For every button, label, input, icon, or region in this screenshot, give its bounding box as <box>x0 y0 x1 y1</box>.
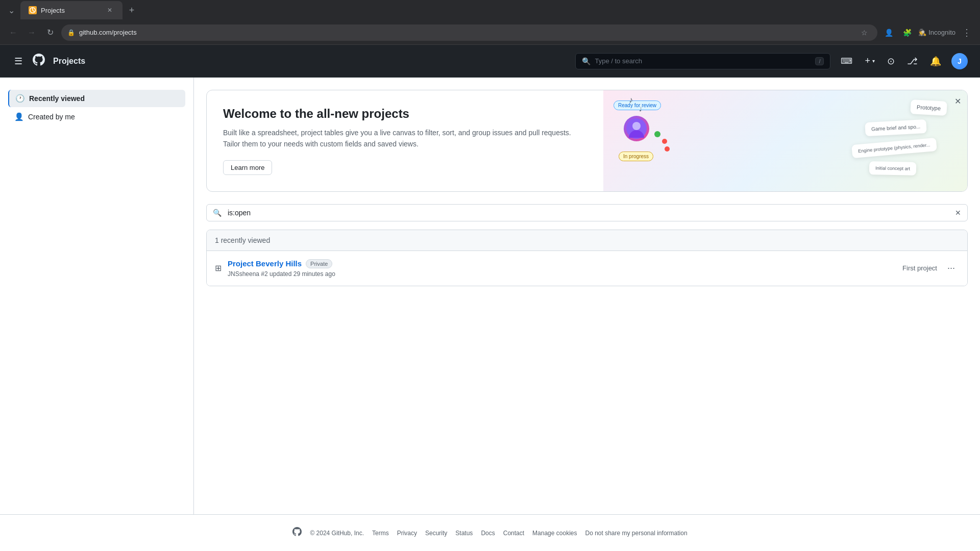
project-visibility-badge: Private <box>306 259 332 268</box>
illus-note-icon: ♪ <box>629 95 633 105</box>
projects-section: 1 recently viewed ⊞ Project Beverly Hill… <box>206 230 968 286</box>
illus-avatar <box>624 116 649 141</box>
terminal-icon: ⌨ <box>841 56 852 66</box>
search-shortcut: / <box>815 57 824 65</box>
projects-count-header: 1 recently viewed <box>207 230 967 251</box>
illus-card-concept: Initial concept art <box>869 161 916 176</box>
footer-link-manage-cookies[interactable]: Manage cookies <box>532 530 577 537</box>
pr-icon: ⎇ <box>907 56 918 67</box>
illus-card-game-brief: Game brief and spo... <box>865 119 926 136</box>
illus-ready-badge: Ready for review <box>614 101 661 110</box>
footer-logo <box>292 527 302 539</box>
profile-btn[interactable]: 👤 <box>881 26 896 40</box>
illus-dot-2 <box>662 139 667 144</box>
new-tab-btn[interactable]: + <box>125 3 139 17</box>
footer-link-terms[interactable]: Terms <box>372 530 389 537</box>
filter-clear-btn[interactable]: ✕ <box>949 205 967 221</box>
projects-count: 1 recently viewed <box>215 236 270 244</box>
global-search[interactable]: 🔍 Type / to search / <box>575 53 830 69</box>
project-meta: JNSsheena #2 updated 29 minutes ago <box>228 270 896 278</box>
clock-icon: 🕐 <box>15 94 25 103</box>
forward-btn[interactable]: → <box>24 26 39 40</box>
incognito-indicator: 🕵 Incognito <box>918 29 955 36</box>
project-description: First project <box>902 264 937 272</box>
footer-link-no-share[interactable]: Do not share my personal information <box>585 530 687 537</box>
hamburger-menu-btn[interactable]: ☰ <box>12 54 24 69</box>
footer-link-status[interactable]: Status <box>455 530 473 537</box>
issues-icon: ⊙ <box>887 56 895 67</box>
browser-menu-btn[interactable]: ⋮ <box>960 26 974 40</box>
table-row[interactable]: ⊞ Project Beverly Hills Private JNSsheen… <box>207 251 967 286</box>
bell-icon: 🔔 <box>930 56 941 67</box>
extensions-btn[interactable]: 🧩 <box>900 26 914 40</box>
footer-copyright: © 2024 GitHub, Inc. <box>310 530 364 537</box>
recently-viewed-label: Recently viewed <box>29 94 85 103</box>
avatar[interactable]: J <box>951 53 968 69</box>
illus-dot-1 <box>654 131 660 137</box>
illus-card-prototype: Prototype <box>910 99 947 116</box>
footer: © 2024 GitHub, Inc. Terms Privacy Securi… <box>0 514 980 551</box>
url-display: github.com/projects <box>79 29 137 36</box>
tab-favicon <box>29 6 37 14</box>
search-icon: 🔍 <box>582 57 591 65</box>
footer-link-security[interactable]: Security <box>425 530 447 537</box>
learn-more-btn[interactable]: Learn more <box>223 160 272 175</box>
illus-music-icon: ♩ <box>639 106 642 113</box>
reload-btn[interactable]: ↻ <box>43 26 57 40</box>
person-icon: 👤 <box>14 112 24 121</box>
main-content: Welcome to the all-new projects Built li… <box>194 78 980 514</box>
notifications-btn[interactable]: 🔔 <box>928 54 943 69</box>
welcome-description: Built like a spreadsheet, project tables… <box>223 127 587 150</box>
project-table-icon: ⊞ <box>215 263 222 273</box>
footer-link-contact[interactable]: Contact <box>503 530 524 537</box>
bookmark-btn[interactable]: ☆ <box>857 26 871 40</box>
github-logo <box>33 54 45 69</box>
back-btn[interactable]: ← <box>6 26 20 40</box>
page-title: Projects <box>53 57 85 66</box>
project-info: Project Beverly Hills Private JNSsheena … <box>228 259 896 278</box>
terminal-btn[interactable]: ⌨ <box>839 54 854 68</box>
project-menu-btn[interactable]: ··· <box>943 261 959 276</box>
lock-icon: 🔒 <box>67 29 75 36</box>
welcome-banner: Welcome to the all-new projects Built li… <box>206 90 968 192</box>
address-bar[interactable]: 🔒 github.com/projects ☆ <box>61 24 877 41</box>
illus-dot-3 <box>665 146 670 152</box>
created-by-me-label: Created by me <box>28 113 75 121</box>
welcome-title: Welcome to the all-new projects <box>223 107 587 121</box>
filter-input[interactable] <box>228 205 949 221</box>
svg-point-2 <box>632 122 641 130</box>
footer-link-docs[interactable]: Docs <box>481 530 495 537</box>
filter-bar: 🔍 ✕ <box>206 204 968 221</box>
project-name-row: Project Beverly Hills Private <box>228 259 896 268</box>
sidebar-item-recently-viewed[interactable]: 🕐 Recently viewed <box>8 90 185 107</box>
project-name: Project Beverly Hills <box>228 259 302 268</box>
issues-btn[interactable]: ⊙ <box>885 54 897 69</box>
tab-close-btn[interactable]: ✕ <box>105 6 114 15</box>
footer-link-privacy[interactable]: Privacy <box>397 530 417 537</box>
pull-requests-btn[interactable]: ⎇ <box>905 54 920 69</box>
filter-search-icon: 🔍 <box>207 205 228 221</box>
browser-tab[interactable]: Projects ✕ <box>20 1 122 19</box>
tab-dropdown-btn[interactable]: ⌄ <box>4 3 18 17</box>
tab-title: Projects <box>41 7 65 14</box>
illus-progress-badge: In progress <box>619 152 653 161</box>
illus-card-engine: Engine prototype (physics, render... <box>852 138 937 158</box>
sidebar-item-created-by-me[interactable]: 👤 Created by me <box>8 108 185 126</box>
new-item-btn[interactable]: + ▾ <box>863 54 877 68</box>
sidebar: 🕐 Recently viewed 👤 Created by me <box>0 78 194 514</box>
welcome-close-btn[interactable]: ✕ <box>954 96 961 106</box>
search-placeholder: Type / to search <box>595 57 642 65</box>
welcome-illustration: Ready for review In progress Prototype G… <box>603 90 967 191</box>
